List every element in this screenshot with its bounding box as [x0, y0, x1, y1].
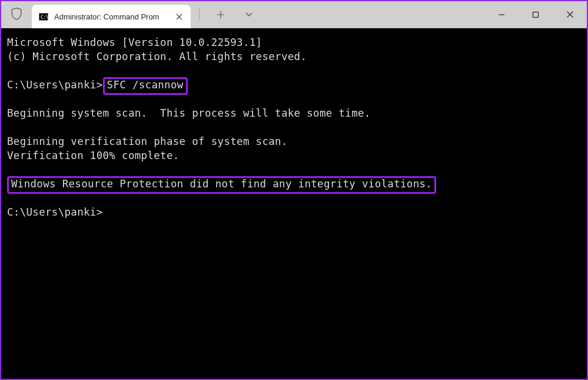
new-tab-button[interactable] [212, 6, 229, 23]
titlebar: C:\ Administrator: Command Prom [1, 1, 587, 28]
terminal-prompt: C:\Users\panki> [7, 206, 103, 218]
highlight-result: Windows Resource Protection did not find… [7, 176, 436, 194]
shield-icon [11, 7, 22, 22]
terminal-prompt: C:\Users\panki> [7, 79, 103, 91]
uac-shield-area [1, 1, 32, 28]
maximize-button[interactable] [519, 1, 553, 28]
cmd-icon: C:\ [39, 12, 48, 21]
terminal-line: Beginning system scan. This process will… [7, 107, 371, 119]
minimize-button[interactable] [484, 1, 519, 28]
tab-cmd[interactable]: C:\ Administrator: Command Prom [32, 5, 191, 28]
terminal-line: (c) Microsoft Corporation. All rights re… [7, 51, 307, 62]
terminal-line: Verification 100% complete. [7, 150, 180, 161]
tab-title: Administrator: Command Prom [54, 12, 159, 21]
tab-dropdown-button[interactable] [241, 6, 257, 23]
tab-divider [199, 8, 200, 21]
terminal-window: C:\ Administrator: Command Prom [0, 0, 588, 380]
close-button[interactable] [553, 1, 587, 28]
highlight-command: SFC /scannow [103, 77, 188, 95]
terminal-line: Beginning verification phase of system s… [7, 136, 288, 147]
svg-rect-0 [533, 12, 539, 17]
terminal-line: Microsoft Windows [Version 10.0.22593.1] [7, 37, 262, 48]
tab-actions [191, 1, 257, 28]
tab-close-button[interactable] [173, 11, 185, 22]
terminal-output[interactable]: Microsoft Windows [Version 10.0.22593.1]… [1, 28, 587, 379]
window-controls [484, 1, 587, 28]
